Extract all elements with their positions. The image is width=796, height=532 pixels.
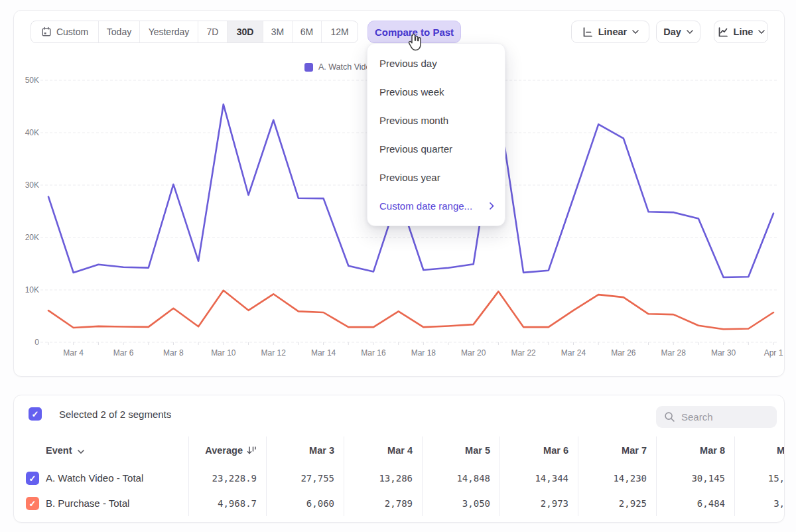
x-tick-label: Mar 14 [300, 348, 347, 358]
range-tab-yesterday[interactable]: Yesterday [140, 21, 198, 42]
menu-item-previous-year[interactable]: Previous year [367, 163, 505, 192]
chevron-right-icon [490, 202, 494, 210]
range-tab-3m[interactable]: 3M [263, 21, 293, 42]
column-header-mar-7: Mar 7 [578, 438, 656, 462]
select-all-checkbox[interactable]: ✓ [29, 407, 42, 421]
custom-date-range-label: Custom date range... [379, 192, 472, 220]
table-cell: 23,228.9 [188, 466, 266, 491]
row-checkbox-a-watch-video-total[interactable]: ✓ [26, 472, 39, 485]
y-tick-label: 10K [14, 285, 39, 295]
x-tick-label: Mar 4 [50, 348, 97, 358]
table-cell: 14,848 [422, 466, 499, 491]
range-tab-label: Custom [56, 27, 88, 37]
column-separator [188, 436, 189, 516]
menu-item-previous-quarter[interactable]: Previous quarter [367, 135, 505, 163]
chevron-down-icon [687, 30, 693, 34]
range-tab-label: Yesterday [149, 27, 190, 37]
table-cell: 3, [734, 491, 785, 516]
table-cell: 14,230 [578, 466, 656, 491]
x-tick-label: Mar 6 [100, 348, 147, 358]
x-tick-label: Mar 28 [650, 348, 696, 358]
column-separator [266, 436, 267, 516]
x-tick-label: Mar 30 [700, 348, 747, 358]
range-tab-label: 12M [330, 27, 348, 37]
range-tab-today[interactable]: Today [99, 21, 140, 42]
table-cell: 30,145 [656, 466, 734, 491]
table-cell: 15, [734, 466, 785, 491]
x-tick-label: Apr 1 [750, 348, 796, 358]
x-tick-label: Mar 26 [600, 348, 647, 358]
table-cell: 27,755 [266, 466, 344, 491]
interval-dropdown-button[interactable]: Day [656, 21, 700, 43]
range-tab-label: 30D [237, 27, 254, 37]
y-tick-label: 20K [14, 233, 39, 242]
range-tab-7d[interactable]: 7D [198, 21, 228, 42]
table-cell: 4,968.7 [188, 491, 266, 516]
average-header-label: Average [205, 445, 243, 456]
x-tick-label: Mar 12 [250, 348, 297, 358]
menu-item-previous-week[interactable]: Previous week [367, 78, 505, 106]
table-cell: 13,286 [344, 466, 422, 491]
range-tab-label: 3M [271, 27, 284, 37]
range-tab-label: 6M [300, 27, 313, 37]
column-header-m: M [734, 438, 785, 462]
x-tick-label: Mar 18 [400, 348, 446, 358]
y-tick-label: 50K [14, 76, 39, 85]
column-separator [499, 436, 500, 516]
search-box[interactable] [656, 406, 777, 428]
mouse-pointer-cursor [406, 33, 424, 51]
menu-item-custom-date-range[interactable]: Custom date range... [367, 192, 505, 220]
column-header-mar-8: Mar 8 [656, 438, 734, 462]
y-tick-label: 40K [14, 128, 39, 137]
column-header-average: Average [188, 438, 266, 462]
interval-dropdown-label: Day [663, 27, 681, 37]
chevron-down-icon [758, 30, 765, 34]
range-tab-label: 7D [207, 27, 219, 37]
column-header-mar-4: Mar 4 [344, 438, 422, 462]
line-chart-icon [717, 27, 728, 38]
calendar-icon [41, 27, 52, 37]
column-separator [734, 436, 735, 516]
x-tick-label: Mar 24 [550, 348, 596, 358]
column-separator [656, 436, 657, 516]
table-cell: 6,484 [656, 491, 734, 516]
scale-dropdown-label: Linear [598, 27, 628, 37]
table-cell: 14,344 [499, 466, 578, 491]
column-header-event[interactable]: Event [14, 438, 188, 462]
selected-segments-label: Selected 2 of 2 segments [59, 409, 171, 420]
table-cell: 2,925 [578, 491, 656, 516]
scale-dropdown-button[interactable]: Linear [571, 21, 649, 43]
search-input[interactable] [681, 411, 767, 423]
chevron-down-icon [78, 450, 84, 454]
row-checkbox-b-purchase-total[interactable]: ✓ [26, 497, 39, 510]
date-range-segmented-control: CustomTodayYesterday7D30D3M6M12M [31, 21, 358, 43]
x-tick-label: Mar 8 [150, 348, 196, 358]
sort-descending-icon[interactable] [247, 446, 257, 455]
x-tick-label: Mar 20 [450, 348, 497, 358]
column-header-mar-6: Mar 6 [499, 438, 578, 462]
range-tab-6m[interactable]: 6M [293, 21, 322, 42]
chevron-down-icon [632, 30, 639, 34]
event-header-label: Event [46, 445, 72, 456]
range-tab-label: Today [107, 27, 131, 37]
range-tab-12m[interactable]: 12M [322, 21, 358, 42]
x-tick-label: Mar 16 [350, 348, 397, 358]
row-label-b-purchase-total[interactable]: B. Purchase - Total [46, 491, 188, 516]
table-cell: 6,060 [266, 491, 344, 516]
column-separator [422, 436, 423, 516]
y-tick-label: 30K [14, 180, 39, 190]
legend-swatch [304, 63, 313, 72]
menu-item-previous-day[interactable]: Previous day [367, 49, 505, 78]
search-icon [664, 411, 675, 423]
table-cell: 3,050 [422, 491, 499, 516]
range-tab-30d[interactable]: 30D [228, 21, 263, 42]
y-tick-label: 0 [14, 338, 39, 347]
column-header-mar-5: Mar 5 [422, 438, 499, 462]
menu-item-previous-month[interactable]: Previous month [367, 106, 505, 135]
chart-type-dropdown-label: Line [734, 27, 754, 37]
table-cell: 2,973 [499, 491, 578, 516]
dashboard-page: CustomTodayYesterday7D30D3M6M12M Compare… [0, 0, 796, 532]
chart-type-dropdown-button[interactable]: Line [714, 21, 768, 43]
row-label-a-watch-video-total[interactable]: A. Watch Video - Total [46, 466, 188, 491]
range-tab-custom[interactable]: Custom [31, 21, 99, 42]
